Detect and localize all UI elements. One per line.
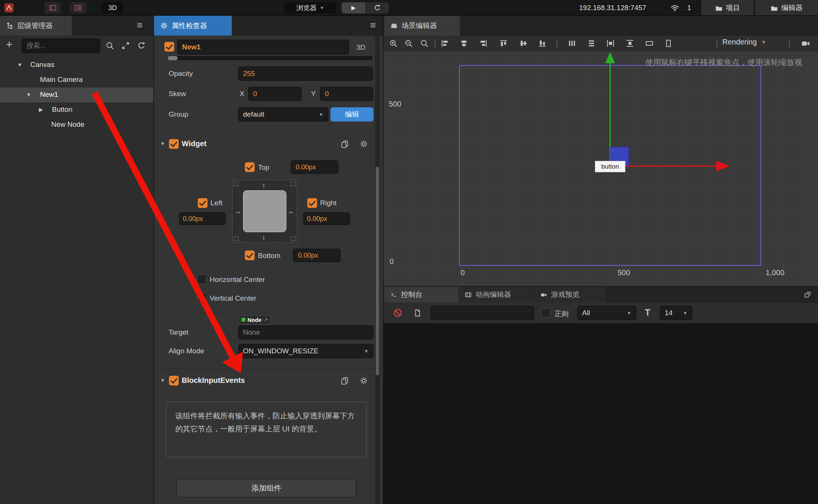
expander-icon[interactable]: ▶	[39, 107, 43, 113]
align-center-horizontal-icon[interactable]	[459, 39, 469, 48]
zoom-reset-icon[interactable]	[419, 39, 429, 48]
align-mode-dropdown[interactable]: ON_WINDOW_RESIZE ▼	[238, 344, 373, 358]
align-right-icon[interactable]	[479, 39, 488, 48]
component-settings-gear-icon[interactable]	[359, 139, 369, 149]
tab-console[interactable]: 控制台	[384, 287, 458, 302]
add-component-button[interactable]: 添加组件	[176, 479, 356, 497]
tree-node-button[interactable]: ▶ Button	[0, 102, 154, 117]
skew-y-input[interactable]	[320, 87, 373, 101]
expander-icon[interactable]: ▼	[17, 62, 22, 68]
scene-camera-icon[interactable]	[800, 38, 811, 49]
node-name-input[interactable]	[177, 40, 349, 55]
clear-log-icon[interactable]	[393, 308, 403, 318]
tab-game-preview[interactable]: 游戏预览	[534, 287, 605, 302]
skew-x-label: X	[240, 90, 245, 98]
play-button[interactable]: ▶	[342, 2, 365, 13]
stretch-height-icon[interactable]	[664, 39, 673, 48]
align-middle-icon[interactable]	[519, 39, 528, 48]
zoom-in-icon[interactable]	[388, 39, 398, 48]
widget-bottom-checkbox[interactable]	[245, 251, 255, 260]
popout-panel-icon[interactable]	[803, 290, 812, 299]
regex-checkbox[interactable]	[541, 308, 551, 318]
widget-right-checkbox[interactable]	[307, 198, 317, 208]
tree-node-new-node[interactable]: New Node	[0, 117, 154, 132]
refresh-icon[interactable]	[136, 40, 147, 51]
node-active-checkbox[interactable]	[164, 42, 174, 52]
layout-tool-icon[interactable]	[44, 2, 61, 13]
open-project-button[interactable]: 项目	[701, 0, 754, 16]
stretch-horizontal-icon: ↔	[288, 208, 294, 215]
tree-node-new1[interactable]: ▼ New1	[0, 87, 154, 102]
3d-toggle-button[interactable]: 3D	[102, 2, 123, 13]
widget-left-input[interactable]	[179, 212, 226, 225]
skew-x-input[interactable]	[248, 87, 302, 101]
tree-node-main-camera[interactable]: Main Camera	[0, 73, 154, 87]
distribute-horizontal-icon[interactable]	[567, 39, 577, 48]
ruler-label-x1000: 1,000	[766, 268, 784, 277]
tree-node-canvas[interactable]: ▼ Canvas	[0, 58, 154, 73]
expand-all-icon[interactable]	[120, 40, 131, 51]
widget-left-checkbox[interactable]	[198, 198, 207, 208]
scrub-handle[interactable]	[168, 56, 178, 60]
tab-animation-editor[interactable]: 动画编辑器	[459, 287, 533, 302]
target-type-badge[interactable]: Node ↗	[238, 315, 271, 325]
open-log-file-icon[interactable]	[413, 308, 422, 318]
align-bottom-icon[interactable]	[538, 39, 547, 48]
copy-component-icon[interactable]	[340, 376, 350, 385]
button-node-label: button	[595, 161, 625, 172]
open-editor-button[interactable]: 编辑器	[755, 0, 818, 16]
console-filter-input[interactable]	[430, 306, 534, 320]
scene-toolbar: | |	[384, 36, 818, 51]
inspector-scrub-bar[interactable]	[168, 56, 373, 60]
align-left-icon[interactable]	[440, 39, 450, 48]
add-node-button[interactable]: +	[6, 38, 13, 51]
align-top-icon[interactable]	[499, 39, 508, 48]
distribute-vertical-icon[interactable]	[587, 39, 596, 48]
expander-icon[interactable]: ▼	[26, 92, 31, 98]
refresh-preview-button[interactable]	[365, 2, 389, 13]
console-icon	[390, 291, 397, 298]
align-mode-label: Align Mode	[169, 347, 204, 355]
inspector-menu-icon[interactable]: ≡	[370, 20, 376, 30]
collapse-blockinput-icon[interactable]: ▼	[160, 377, 165, 383]
collapse-widget-icon[interactable]: ▼	[160, 141, 165, 147]
preview-target-select[interactable]: 浏览器 ▼	[284, 2, 336, 13]
font-size-dropdown[interactable]: 14 ▼	[660, 306, 692, 320]
rendering-dropdown[interactable]: Rendering ▼	[722, 38, 766, 46]
widget-bottom-input[interactable]	[293, 249, 341, 262]
chevron-down-icon: ▼	[320, 5, 324, 10]
widget-enabled-checkbox[interactable]	[169, 139, 179, 149]
hierarchy-menu-icon[interactable]: ≡	[137, 20, 142, 30]
node-tool-icon[interactable]	[70, 2, 86, 13]
vertical-center-checkbox[interactable]	[197, 293, 207, 303]
log-level-dropdown[interactable]: All ▼	[577, 306, 636, 320]
opacity-input[interactable]	[238, 67, 373, 81]
tab-hierarchy[interactable]: 层级管理器	[0, 16, 72, 36]
inspector-scrollbar-track[interactable]	[375, 36, 380, 504]
search-icon[interactable]	[105, 40, 115, 51]
group-dropdown[interactable]: default ▼	[238, 107, 328, 122]
app-logo-icon[interactable]	[4, 3, 14, 13]
space-vertical-icon[interactable]	[625, 39, 635, 48]
zoom-out-icon[interactable]	[404, 39, 413, 48]
inspector-scrollbar-thumb[interactable]	[376, 167, 379, 375]
stretch-width-icon[interactable]	[645, 39, 654, 48]
scene-viewport[interactable]: 使用鼠标右键平移视窗焦点，使用滚轮缩放视 button 500 0 0 500 …	[384, 51, 818, 286]
search-input[interactable]	[22, 39, 100, 53]
widget-top-checkbox[interactable]	[245, 162, 255, 172]
blockinput-enabled-checkbox[interactable]	[169, 376, 179, 385]
component-settings-gear-icon[interactable]	[359, 376, 369, 385]
tab-properties[interactable]: 属性检查器	[154, 16, 232, 36]
widget-top-input[interactable]	[291, 160, 338, 174]
chevron-down-icon: ▼	[319, 112, 323, 117]
copy-component-icon[interactable]	[340, 139, 350, 149]
anchor-center-box	[243, 190, 286, 232]
target-value-field[interactable]: None	[238, 325, 373, 339]
space-horizontal-icon[interactable]	[606, 39, 615, 48]
add-component-label: 添加组件	[252, 483, 282, 493]
horizontal-center-checkbox[interactable]	[197, 274, 207, 284]
edit-group-button[interactable]: 编辑	[330, 107, 373, 122]
external-link-icon: ↗	[264, 317, 268, 323]
widget-right-input[interactable]	[303, 212, 350, 225]
tab-scene-editor[interactable]: 场景编辑器	[384, 16, 460, 36]
